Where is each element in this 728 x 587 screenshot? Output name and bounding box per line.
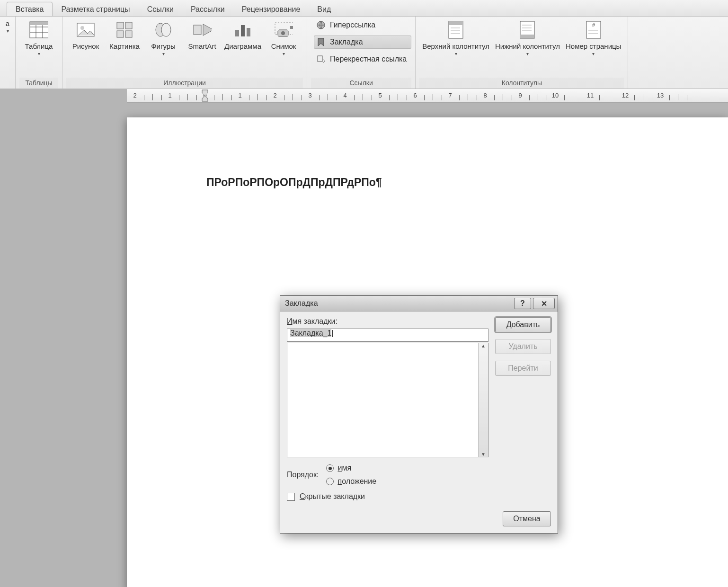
ribbon-left-stub[interactable]: а ▾: [0, 17, 16, 89]
hidden-bookmarks-label: Скрытые закладки: [300, 492, 365, 501]
pagenumber-button[interactable]: # Номер страницы ▾: [563, 18, 624, 56]
hidden-bookmarks-checkbox[interactable]: Скрытые закладки: [287, 492, 551, 501]
group-label-illustrations: Иллюстрации: [66, 78, 303, 89]
cancel-button[interactable]: Отмена: [503, 511, 551, 526]
svg-marker-24: [318, 38, 324, 46]
bookmark-name-label: Имя закладки:: [287, 317, 488, 326]
footer-icon: [518, 20, 537, 39]
radio-icon: [326, 478, 334, 485]
bookmark-label: Закладка: [330, 38, 363, 46]
shapes-icon: [154, 20, 173, 39]
dialog-title: Закладка: [285, 299, 512, 308]
screenshot-button[interactable]: Снимок ▾: [264, 18, 303, 56]
ribbon-tabs: Вставка Разметка страницы Ссылки Рассылк…: [0, 0, 728, 17]
hyperlink-icon: [316, 20, 326, 30]
bookmark-name-value: Закладка_1: [290, 329, 331, 337]
scroll-up-icon: ▲: [481, 343, 486, 348]
chevron-down-icon: ▾: [283, 51, 285, 56]
svg-marker-41: [202, 96, 208, 101]
svg-text:#: #: [592, 22, 595, 28]
tab-view[interactable]: Вид: [309, 2, 339, 16]
bookmark-icon: [316, 37, 326, 47]
picture-button[interactable]: Рисунок: [66, 18, 105, 50]
svg-rect-32: [520, 35, 534, 38]
scrollbar[interactable]: ▲ ▼: [478, 343, 488, 457]
svg-rect-17: [241, 25, 245, 36]
chevron-down-icon: ▾: [455, 51, 457, 56]
document-workspace: 21012345678910111213 ПРоРПоРПОрОПрДПрДПР…: [0, 89, 728, 587]
sort-order-group: Порядок: имя положение: [287, 464, 551, 486]
help-button[interactable]: ?: [514, 298, 531, 309]
svg-rect-14: [194, 25, 201, 35]
svg-rect-9: [125, 22, 132, 29]
goto-button: Перейти: [495, 361, 551, 376]
sort-by-name-radio[interactable]: имя: [326, 464, 376, 472]
header-label: Верхний колонтитул: [422, 42, 489, 50]
picture-icon: [76, 20, 95, 39]
header-button[interactable]: Верхний колонтитул ▾: [419, 18, 492, 56]
scroll-down-icon: ▼: [481, 452, 486, 457]
shapes-button[interactable]: Фигуры ▾: [144, 18, 183, 56]
close-icon: ✕: [541, 299, 547, 308]
tab-mailings[interactable]: Рассылки: [182, 2, 233, 16]
shapes-label: Фигуры: [151, 42, 176, 50]
tab-references[interactable]: Ссылки: [139, 2, 182, 16]
svg-rect-25: [318, 56, 322, 62]
crossref-label: Перекрестная ссылка: [330, 55, 407, 63]
clipart-button[interactable]: Картинка: [105, 18, 144, 50]
horizontal-ruler[interactable]: 21012345678910111213: [127, 89, 728, 103]
bookmark-name-input[interactable]: Закладка_1|: [287, 329, 488, 342]
chevron-down-icon: ▾: [38, 51, 40, 56]
bookmark-dialog: Закладка ? ✕ Имя закладки: Закладка_1| ▲…: [280, 295, 558, 534]
bookmark-listbox[interactable]: ▲ ▼: [287, 343, 488, 457]
svg-point-7: [80, 26, 84, 30]
svg-point-21: [281, 31, 285, 35]
document-body-text: ПРоРПоРПОрОПрДПрДПРдРПо¶: [206, 176, 382, 189]
chevron-down-icon: ▾: [526, 51, 529, 56]
ribbon-group-tables: Таблица ▾ Таблицы: [16, 17, 62, 89]
tab-insert[interactable]: Вставка: [7, 2, 53, 16]
svg-rect-10: [117, 31, 124, 37]
svg-rect-27: [449, 21, 463, 25]
add-button[interactable]: Добавить: [495, 317, 551, 332]
hyperlink-button[interactable]: Гиперссылка: [314, 18, 411, 32]
chart-label: Диаграмма: [224, 42, 261, 50]
smartart-button[interactable]: SmartArt: [183, 18, 222, 50]
help-icon: ?: [520, 299, 525, 308]
svg-marker-40: [202, 90, 208, 96]
table-button[interactable]: Таблица ▾: [19, 18, 58, 56]
hyperlink-label: Гиперссылка: [330, 21, 375, 29]
tab-review[interactable]: Рецензирование: [233, 2, 309, 16]
close-button[interactable]: ✕: [533, 298, 555, 309]
group-label-tables: Таблицы: [19, 78, 58, 89]
dialog-titlebar[interactable]: Закладка ? ✕: [280, 296, 558, 311]
screenshot-icon: [274, 20, 293, 39]
radio-icon: [326, 464, 334, 472]
svg-point-13: [161, 23, 171, 36]
footer-button[interactable]: Нижний колонтитул ▾: [492, 18, 563, 56]
svg-rect-18: [247, 28, 250, 36]
chevron-down-icon: ▾: [7, 28, 9, 34]
svg-marker-15: [203, 24, 212, 36]
ribbon-group-headfoot: Верхний колонтитул ▾ Нижний колонтитул ▾…: [416, 17, 628, 89]
picture-label: Рисунок: [72, 42, 99, 50]
pagenumber-label: Номер страницы: [566, 42, 621, 50]
checkbox-icon: [287, 493, 295, 501]
sort-by-location-radio[interactable]: положение: [326, 477, 376, 486]
tab-page-layout[interactable]: Разметка страницы: [53, 2, 138, 16]
left-stub-label: а: [6, 19, 9, 27]
clipart-label: Картинка: [109, 42, 140, 50]
chart-icon: [233, 20, 252, 39]
bookmark-button[interactable]: Закладка: [314, 36, 411, 49]
ribbon: а ▾ Таблица ▾ Таблицы: [0, 17, 728, 89]
footer-label: Нижний колонтитул: [495, 42, 560, 50]
crossref-button[interactable]: Перекрестная ссылка: [314, 53, 411, 66]
group-label-links: Ссылки: [311, 78, 411, 89]
clipart-icon: [115, 20, 134, 39]
svg-rect-5: [30, 22, 48, 25]
chart-button[interactable]: Диаграмма: [222, 18, 264, 50]
svg-rect-11: [125, 31, 132, 37]
ribbon-group-links: Гиперссылка Закладка Перекрестная ссылка…: [307, 17, 416, 89]
indent-marker[interactable]: [202, 89, 208, 102]
table-button-label: Таблица: [25, 42, 53, 50]
